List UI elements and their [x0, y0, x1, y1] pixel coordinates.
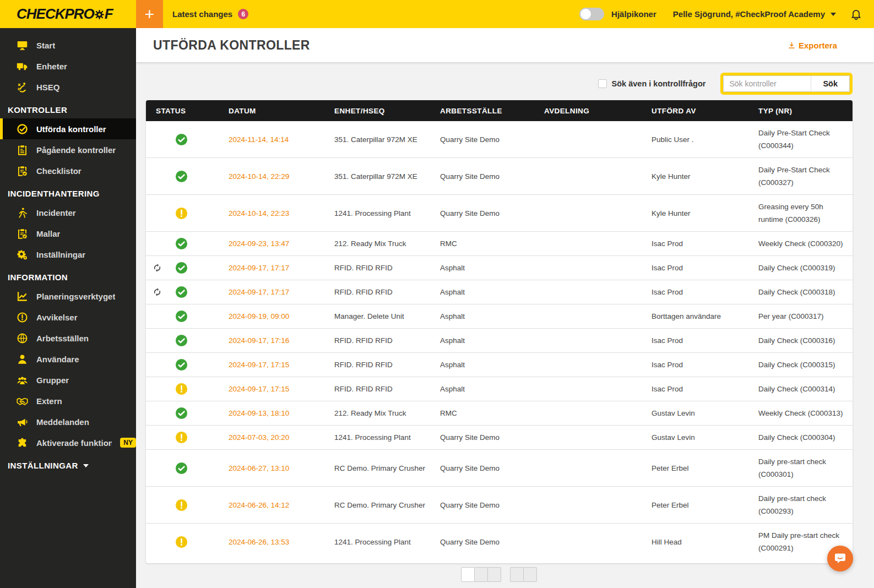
- type-cell: Daily Check (C000318): [748, 280, 853, 304]
- date-link[interactable]: 2024-06-26, 13:53: [229, 538, 289, 546]
- date-link[interactable]: 2024-09-17, 17:17: [229, 288, 289, 296]
- status-ok-icon: [175, 286, 188, 298]
- unit-cell: RFID. RFID RFID: [324, 329, 430, 352]
- unit-cell: RC Demo. Primary Crusher: [324, 493, 430, 517]
- sidebar-item-hseq[interactable]: HSEQ: [0, 77, 136, 97]
- date-link[interactable]: 2024-09-17, 17:15: [229, 385, 289, 393]
- table-row[interactable]: 2024-06-27, 13:10 RC Demo. Primary Crush…: [146, 449, 853, 486]
- pagination-button[interactable]: [487, 567, 501, 582]
- table-row[interactable]: 2024-09-23, 13:47 212. Ready Mix Truck R…: [146, 231, 853, 255]
- table-row[interactable]: 2024-09-17, 17:16 RFID. RFID RFID Asphal…: [146, 328, 853, 352]
- table-row[interactable]: 2024-09-17, 17:15 RFID. RFID RFID Asphal…: [146, 377, 853, 401]
- megaphone-icon: [17, 416, 28, 428]
- status-cell: [146, 256, 219, 280]
- unit-cell: 1241. Processing Plant: [324, 530, 430, 554]
- user-menu[interactable]: Pelle Sjögrund, #CheckProof Academy: [673, 9, 836, 19]
- latest-changes-count-badge: 6: [238, 9, 248, 19]
- logo-text-suffix: F: [105, 6, 113, 23]
- status-ok-icon: [175, 334, 188, 347]
- type-cell: Per year (C000317): [748, 304, 853, 328]
- column-header: AVDELNING: [534, 107, 642, 115]
- sidebar-item-enheter[interactable]: Enheter: [0, 56, 136, 77]
- logo[interactable]: CHECKPRO F: [0, 0, 136, 28]
- table-row[interactable]: 2024-09-17, 17:15 RFID. RFID RFID Asphal…: [146, 352, 853, 377]
- gears-icon: [17, 249, 28, 260]
- table-row[interactable]: 2024-06-26, 14:12 RC Demo. Primary Crush…: [146, 486, 853, 523]
- clipboard-icon: [17, 144, 28, 156]
- checklist-icon: [17, 165, 28, 177]
- help-icons-toggle[interactable]: [579, 8, 604, 20]
- site-cell: Asphalt: [430, 256, 534, 280]
- type-cell: Weekly Check (C000320): [748, 232, 853, 255]
- date-link[interactable]: 2024-06-27, 13:10: [229, 464, 289, 472]
- sidebar-item-meddelanden[interactable]: Meddelanden: [0, 411, 136, 432]
- date-link[interactable]: 2024-09-17, 17:15: [229, 361, 289, 369]
- date-link[interactable]: 2024-06-26, 14:12: [229, 501, 289, 509]
- sidebar-item-grupper[interactable]: Grupper: [0, 369, 136, 390]
- date-link[interactable]: 2024-09-19, 09:00: [229, 312, 289, 320]
- date-link[interactable]: 2024-10-14, 22:29: [229, 172, 289, 181]
- status-warning-icon: [175, 383, 188, 395]
- performed-by-cell: Kyle Hunter: [642, 202, 748, 225]
- chevron-down-icon: [83, 464, 89, 467]
- search-input[interactable]: [723, 75, 811, 92]
- table-row[interactable]: 2024-09-13, 18:10 212. Ready Mix Truck R…: [146, 401, 853, 425]
- date-link[interactable]: 2024-09-13, 18:10: [229, 409, 289, 417]
- table-row[interactable]: 2024-07-03, 20:20 1241. Processing Plant…: [146, 425, 853, 449]
- pagination-button[interactable]: [510, 567, 524, 582]
- sidebar-item-installningar[interactable]: Inställningar: [0, 244, 136, 265]
- sidebar-item-checklistor[interactable]: Checklistor: [0, 160, 136, 181]
- chat-support-button[interactable]: [827, 546, 853, 571]
- date-link[interactable]: 2024-09-17, 17:17: [229, 264, 289, 272]
- unit-cell: RFID. RFID RFID: [324, 377, 430, 401]
- search-in-questions-checkbox[interactable]: [598, 79, 607, 88]
- table-row[interactable]: 2024-10-14, 22:23 1241. Processing Plant…: [146, 194, 853, 231]
- sidebar-item-aktiverade-funktioner[interactable]: Aktiverade funktioner NY: [0, 432, 136, 453]
- date-link[interactable]: 2024-09-23, 13:47: [229, 239, 289, 248]
- table-row[interactable]: 2024-09-17, 17:17 RFID. RFID RFID Asphal…: [146, 255, 853, 280]
- sidebar-item-avvikelser[interactable]: Avvikelser: [0, 307, 136, 328]
- search-button[interactable]: Sök: [811, 75, 850, 92]
- table-row[interactable]: 2024-09-17, 17:17 RFID. RFID RFID Asphal…: [146, 280, 853, 304]
- table-row[interactable]: 2024-11-14, 14:14 351. Caterpillar 972M …: [146, 121, 853, 157]
- sidebar-item-anvandare[interactable]: Användare: [0, 349, 136, 369]
- status-cell: [146, 304, 219, 328]
- table-row[interactable]: 2024-10-14, 22:29 351. Caterpillar 972M …: [146, 157, 853, 194]
- sidebar-item-arbetsstallen[interactable]: Arbetsställen: [0, 328, 136, 349]
- sidebar-item-incidenter[interactable]: Incidenter: [0, 202, 136, 223]
- sidebar-item-planeringsverktyget[interactable]: Planeringsverktyget: [0, 286, 136, 307]
- pagination-button[interactable]: [461, 567, 475, 582]
- pagination-button[interactable]: [474, 567, 488, 582]
- status-cell: [146, 401, 219, 425]
- department-cell: [534, 499, 642, 510]
- pagination-button[interactable]: [523, 567, 537, 582]
- table-row[interactable]: 2024-09-19, 09:00 Manager. Delete Unit A…: [146, 304, 853, 328]
- site-cell: Quarry Site Demo: [430, 426, 534, 449]
- latest-changes-link[interactable]: Latest changes 6: [172, 9, 248, 19]
- performed-by-cell: Hill Head: [642, 530, 748, 554]
- type-cell: Daily Check (C000316): [748, 329, 853, 352]
- user-icon: [17, 353, 28, 365]
- performed-by-cell: Borttagen användare: [642, 304, 748, 328]
- sidebar-item-extern[interactable]: Extern: [0, 390, 136, 411]
- sidebar-item-mallar[interactable]: Mallar: [0, 223, 136, 244]
- export-button[interactable]: Exportera: [788, 41, 837, 50]
- table-row[interactable]: 2024-06-26, 13:53 1241. Processing Plant…: [146, 523, 853, 560]
- date-link[interactable]: 2024-09-17, 17:16: [229, 336, 289, 345]
- sidebar-item-pagaende-kontroller[interactable]: Pågående kontroller: [0, 139, 136, 160]
- sidebar-item-start[interactable]: Start: [0, 35, 136, 56]
- notifications-bell-icon[interactable]: [850, 8, 862, 20]
- add-button[interactable]: +: [136, 0, 163, 28]
- type-cell: Weekly Check (C000313): [748, 401, 853, 425]
- date-link[interactable]: 2024-10-14, 22:23: [229, 209, 289, 217]
- sidebar-section-installningar[interactable]: INSTÄLLNINGAR: [0, 453, 136, 474]
- type-cell: Daily Check (C000314): [748, 377, 853, 401]
- sidebar-item-utforda-kontroller[interactable]: Utförda kontroller: [0, 118, 136, 139]
- search-in-questions-label: Sök även i kontrollfrågor: [612, 79, 706, 88]
- status-ok-icon: [175, 262, 188, 274]
- department-cell: [534, 263, 642, 274]
- date-link[interactable]: 2024-07-03, 20:20: [229, 433, 289, 442]
- performed-by-cell: Isac Prod: [642, 377, 748, 401]
- status-cell: [146, 456, 219, 480]
- date-link[interactable]: 2024-11-14, 14:14: [229, 135, 289, 144]
